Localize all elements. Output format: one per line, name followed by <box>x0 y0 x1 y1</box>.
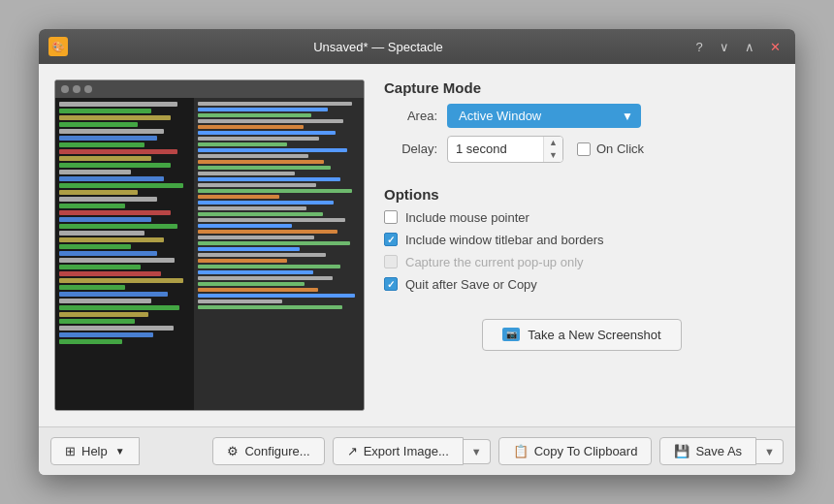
help-button[interactable]: ⊞ Help ▼ <box>50 437 140 465</box>
preview-dot-1 <box>61 85 69 93</box>
configure-icon: ⚙ <box>227 444 239 458</box>
minimize-button[interactable]: ∨ <box>714 36 735 57</box>
quit-after-label: Quit after Save or Copy <box>405 277 537 292</box>
preview-dot-3 <box>84 85 92 93</box>
take-screenshot-label: Take a New Screenshot <box>528 328 660 342</box>
delay-spinbox[interactable]: 1 second ▲ ▼ <box>447 136 563 163</box>
include-mouse-label: Include mouse pointer <box>405 210 529 225</box>
area-row: Area: Active Window Full Screen Rectangu… <box>384 104 780 128</box>
terminal-pane <box>55 98 194 410</box>
delay-label: Delay: <box>384 142 437 156</box>
options-section: Options Include mouse pointer Include wi… <box>384 186 780 299</box>
titlebar-controls: ? ∨ ∧ ✕ <box>689 36 786 57</box>
window-title: Unsaved* — Spectacle <box>68 40 689 54</box>
export-image-label: Export Image... <box>364 444 449 458</box>
capture-popup-label: Capture the current pop-up only <box>405 255 584 269</box>
capture-popup-checkbox[interactable] <box>384 255 398 268</box>
export-icon: ↗ <box>347 444 358 458</box>
copy-clipboard-button[interactable]: 📋 Copy To Clipboard <box>498 437 653 465</box>
quit-after-checkbox[interactable] <box>384 277 398 291</box>
export-btn-group: ↗ Export Image... ▼ <box>333 437 491 465</box>
help-icon: ⊞ <box>65 444 76 458</box>
include-titlebar-label: Include window titlebar and borders <box>405 233 604 247</box>
save-btn-group: 💾 Save As ▼ <box>659 437 784 465</box>
copy-clipboard-label: Copy To Clipboard <box>534 444 638 458</box>
screenshot-preview <box>54 79 365 411</box>
save-icon: 💾 <box>674 444 690 458</box>
help-button[interactable]: ? <box>689 36 710 57</box>
configure-button[interactable]: ⚙ Configure... <box>212 437 324 465</box>
include-titlebar-row: Include window titlebar and borders <box>384 233 780 247</box>
on-click-text: On Click <box>596 142 644 156</box>
export-dropdown-button[interactable]: ▼ <box>464 439 491 464</box>
delay-down-button[interactable]: ▼ <box>544 149 562 162</box>
preview-screen <box>55 98 364 410</box>
preview-titlebar <box>55 80 364 98</box>
app-icon: 🎨 <box>48 37 68 56</box>
application-window: 🎨 Unsaved* — Spectacle ? ∨ ∧ ✕ <box>39 29 795 475</box>
help-btn-group: ⊞ Help ▼ <box>50 437 140 465</box>
save-dropdown-button[interactable]: ▼ <box>756 439 784 464</box>
close-button[interactable]: ✕ <box>764 36 786 57</box>
quit-after-row: Quit after Save or Copy <box>384 277 780 292</box>
delay-value: 1 second <box>448 138 543 160</box>
on-click-checkbox[interactable] <box>577 142 591 156</box>
bottom-bar: ⊞ Help ▼ ⚙ Configure... ↗ Export Image..… <box>39 426 795 475</box>
capture-mode-title: Capture Mode <box>384 79 780 96</box>
help-label: Help <box>81 444 108 458</box>
titlebar: 🎨 Unsaved* — Spectacle ? ∨ ∧ ✕ <box>39 29 795 64</box>
area-select[interactable]: Active Window Full Screen Rectangular Re… <box>447 104 641 128</box>
delay-row: Delay: 1 second ▲ ▼ On Click <box>384 136 780 163</box>
include-titlebar-checkbox[interactable] <box>384 233 398 246</box>
include-mouse-row: Include mouse pointer <box>384 210 780 225</box>
right-panel: Capture Mode Area: Active Window Full Sc… <box>384 79 780 411</box>
delay-arrows: ▲ ▼ <box>543 137 562 162</box>
preview-dot-2 <box>73 85 80 93</box>
export-image-button[interactable]: ↗ Export Image... <box>333 437 464 465</box>
editor-pane <box>194 98 364 410</box>
save-as-label: Save As <box>695 444 742 458</box>
on-click-label[interactable]: On Click <box>577 142 644 156</box>
camera-icon: 📷 <box>502 328 520 341</box>
take-screenshot-button[interactable]: 📷 Take a New Screenshot <box>482 319 681 351</box>
main-content: Capture Mode Area: Active Window Full Sc… <box>39 64 795 426</box>
area-select-wrapper[interactable]: Active Window Full Screen Rectangular Re… <box>447 104 641 128</box>
configure-label: Configure... <box>244 444 309 458</box>
area-label: Area: <box>384 109 437 123</box>
help-dropdown-arrow: ▼ <box>115 446 125 457</box>
maximize-button[interactable]: ∧ <box>739 36 760 57</box>
save-as-button[interactable]: 💾 Save As <box>659 437 756 465</box>
capture-popup-row: Capture the current pop-up only <box>384 255 780 269</box>
include-mouse-checkbox[interactable] <box>384 210 398 224</box>
capture-mode-section: Capture Mode Area: Active Window Full Sc… <box>384 79 780 171</box>
options-title: Options <box>384 186 780 203</box>
delay-up-button[interactable]: ▲ <box>544 137 562 149</box>
clipboard-icon: 📋 <box>513 444 529 458</box>
